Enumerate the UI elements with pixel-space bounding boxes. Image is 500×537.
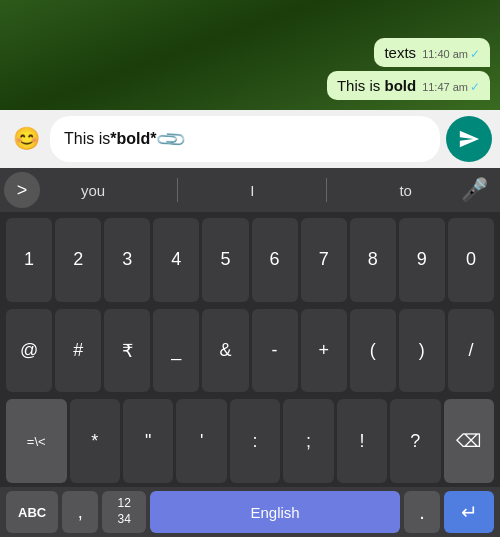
key-colon[interactable]: :: [230, 399, 280, 483]
message-input[interactable]: This is *bold* 📎: [50, 116, 440, 162]
check-icon-1: ✓: [470, 47, 480, 61]
key-lparen[interactable]: (: [350, 309, 396, 393]
num-key[interactable]: 1234: [102, 491, 146, 533]
language-key[interactable]: English: [150, 491, 400, 533]
key-ampersand[interactable]: &: [202, 309, 248, 393]
abc-key[interactable]: ABC: [6, 491, 58, 533]
symbol-row-1: @ # ₹ _ & - + ( ) /: [4, 307, 496, 395]
number-row: 1 2 3 4 5 6 7 8 9 0: [4, 216, 496, 304]
message-bubble-1: texts 11:40 am ✓: [374, 38, 490, 67]
key-exclaim[interactable]: !: [337, 399, 387, 483]
send-icon: [458, 128, 480, 150]
bottom-row: ABC , 1234 English . ↵: [0, 487, 500, 537]
key-star[interactable]: *: [70, 399, 120, 483]
suggestion-i[interactable]: I: [240, 178, 264, 203]
key-hash[interactable]: #: [55, 309, 101, 393]
bold-text: bold: [384, 77, 416, 94]
key-at[interactable]: @: [6, 309, 52, 393]
send-button[interactable]: [446, 116, 492, 162]
suggestion-to[interactable]: to: [389, 178, 422, 203]
key-dquote[interactable]: ": [123, 399, 173, 483]
message-time-2: 11:47 am ✓: [422, 80, 480, 94]
key-question[interactable]: ?: [390, 399, 440, 483]
enter-key[interactable]: ↵: [444, 491, 494, 533]
suggestion-divider-1: [177, 178, 178, 202]
input-text-plain: This is: [64, 130, 110, 148]
key-equals-slash[interactable]: =\<: [6, 399, 67, 483]
symbol-row-2: =\< * " ' : ; ! ? ⌫: [4, 397, 496, 485]
key-rparen[interactable]: ): [399, 309, 445, 393]
suggestion-divider-2: [326, 178, 327, 202]
suggestions-words: you I to: [40, 178, 453, 203]
key-6[interactable]: 6: [252, 218, 298, 302]
message-bubble-2: This is bold 11:47 am ✓: [327, 71, 490, 100]
key-3[interactable]: 3: [104, 218, 150, 302]
backspace-key[interactable]: ⌫: [444, 399, 494, 483]
key-5[interactable]: 5: [202, 218, 248, 302]
key-8[interactable]: 8: [350, 218, 396, 302]
suggestions-row: > you I to 🎤: [0, 168, 500, 212]
key-1[interactable]: 1: [6, 218, 52, 302]
period-key[interactable]: .: [404, 491, 440, 533]
key-0[interactable]: 0: [448, 218, 494, 302]
key-plus[interactable]: +: [301, 309, 347, 393]
emoji-button[interactable]: 😊: [8, 121, 44, 157]
key-minus[interactable]: -: [252, 309, 298, 393]
keys-container: 1 2 3 4 5 6 7 8 9 0 @ # ₹ _ & - + ( ) / …: [0, 212, 500, 487]
input-bar: 😊 This is *bold* 📎: [0, 110, 500, 168]
key-squote[interactable]: ': [176, 399, 226, 483]
attach-button[interactable]: 📎: [150, 118, 192, 160]
key-4[interactable]: 4: [153, 218, 199, 302]
key-semicolon[interactable]: ;: [283, 399, 333, 483]
message-time-1: 11:40 am ✓: [422, 47, 480, 61]
comma-key[interactable]: ,: [62, 491, 98, 533]
keyboard: > you I to 🎤 1 2 3 4 5 6 7 8 9 0 @ # ₹: [0, 168, 500, 537]
suggestion-arrow-button[interactable]: >: [4, 172, 40, 208]
key-2[interactable]: 2: [55, 218, 101, 302]
message-text-1: texts: [384, 44, 416, 61]
key-slash[interactable]: /: [448, 309, 494, 393]
suggestion-you[interactable]: you: [71, 178, 115, 203]
chat-background: texts 11:40 am ✓ This is bold 11:47 am ✓: [0, 0, 500, 110]
key-7[interactable]: 7: [301, 218, 347, 302]
key-underscore[interactable]: _: [153, 309, 199, 393]
message-text-2: This is bold: [337, 77, 416, 94]
key-rupee[interactable]: ₹: [104, 309, 150, 393]
mic-button[interactable]: 🎤: [453, 177, 496, 203]
check-icon-2: ✓: [470, 80, 480, 94]
key-9[interactable]: 9: [399, 218, 445, 302]
